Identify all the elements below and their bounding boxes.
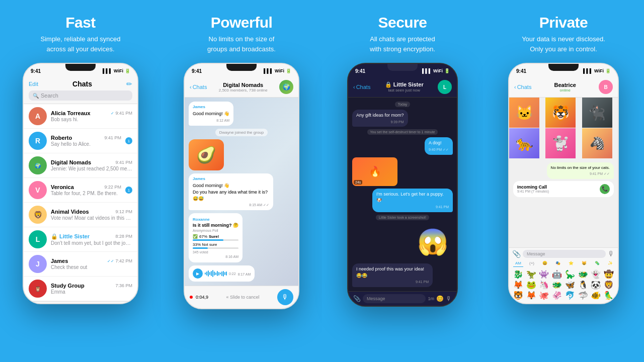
chat-name: Animal Videos — [51, 209, 89, 215]
sticker-tab-add[interactable]: (+) — [527, 260, 536, 267]
back-button[interactable]: ‹ Chats — [190, 84, 207, 90]
list-item[interactable]: R Roberto 9:41 PM Say hello to Alice. 1 — [24, 129, 137, 153]
sticker-item[interactable]: 🦈 — [577, 291, 589, 300]
sticker-item[interactable]: 🦑 — [551, 291, 563, 300]
message-incoming: James Good morning! 👋 8:12 AM — [189, 102, 233, 126]
poll-votes: 345 voted — [193, 250, 238, 254]
back-chevron-icon-3: ‹ — [514, 84, 516, 90]
message-time: 8:15 AM ✓✓ — [193, 203, 269, 208]
chat-name: James — [51, 258, 68, 264]
list-item[interactable]: J James ✓✓ 7:42 PM Check these out — [24, 252, 137, 277]
sticker-message: 🥑 — [189, 139, 224, 171]
sticker-item[interactable]: 🐉 — [512, 269, 524, 279]
sticker-item[interactable]: 🐙 — [538, 291, 550, 300]
private-chat-header: ‹ Chats Beatrice online B — [509, 78, 618, 98]
back-chevron-icon-2: ‹ — [353, 84, 355, 90]
sticker-item[interactable]: 🐸 — [525, 280, 537, 290]
group-chat-header: ‹ Chats Digital Nomads 2,503 members, 73… — [185, 78, 298, 98]
panel3-subtitle: All chats are protectedwith strong encry… — [370, 34, 435, 54]
attachment-icon[interactable]: 📎 — [353, 295, 361, 302]
sticker-tab-star[interactable]: ⭐ — [567, 260, 576, 267]
message-outgoing: I'm serious. Let's get her a puppy. 🐶 9:… — [372, 189, 453, 212]
record-time: 0:04,9 — [196, 295, 208, 300]
photo-cell: 🐱 — [509, 98, 539, 128]
contact-avatar: L — [438, 80, 452, 94]
sticker-item[interactable]: 🦁 — [603, 280, 615, 290]
sticker-item[interactable]: 🐠 — [590, 291, 602, 300]
back-button-3[interactable]: ‹ Chats — [514, 84, 531, 90]
compose-button[interactable]: ✏ — [126, 80, 132, 88]
phone-frame-1: 9:41 ▌▌▌ WiFi 🔋 Edit Chats ✏ 🔍 Search — [23, 63, 138, 304]
chat-name: Veronica — [51, 184, 74, 190]
sticker-item[interactable]: 🤠 — [603, 269, 615, 279]
sticker-item[interactable]: 🦄 — [538, 280, 550, 290]
sticker-item[interactable]: 🐬 — [564, 291, 576, 300]
sticker-item[interactable]: 🦊 — [525, 291, 537, 300]
avatar: L — [29, 230, 47, 248]
message-sender: James — [193, 176, 269, 182]
search-bar[interactable]: 🔍 Search — [29, 90, 132, 101]
attachment-icon-2[interactable]: 📎 — [512, 250, 521, 258]
video-message: 🔥 24s — [352, 157, 397, 186]
sticker-tab-masks[interactable]: 🎭 — [553, 260, 562, 267]
play-button[interactable]: ▶ — [193, 268, 203, 279]
list-item[interactable]: 🦁 Animal Videos 9:12 PM Vote now! Moar c… — [24, 203, 137, 227]
message-input[interactable]: Message — [363, 294, 426, 303]
list-item[interactable]: 🦉 Study Group 7:36 PM Emma — [24, 277, 137, 301]
sticker-item[interactable]: 🦊 — [512, 280, 524, 290]
mic-icon[interactable]: 🎙 — [446, 295, 452, 302]
tab-chats[interactable]: 💬 Chats — [80, 304, 109, 304]
sticker-item[interactable]: 🦋 — [564, 280, 576, 290]
chat-name: 🔒 Little Sister — [51, 233, 90, 240]
edit-chats-button[interactable]: Edit — [29, 81, 38, 87]
sticker-tab-cats[interactable]: 😸 — [580, 260, 589, 267]
sticker-item[interactable]: 🦖 — [525, 269, 537, 279]
sticker-tab-sparkle[interactable]: ✨ — [606, 260, 615, 267]
chat-preview: Vote now! Moar cat videos in this channe… — [51, 215, 132, 221]
chat-preview: Bob says hi. — [51, 117, 132, 122]
sticker-item[interactable]: 🐲 — [577, 269, 589, 279]
sticker-item[interactable]: 🐧 — [577, 280, 589, 290]
tab-contacts[interactable]: 👤 Contacts — [24, 304, 52, 304]
private-chat-status: online — [534, 88, 596, 93]
slide-cancel-text: « Slide to cancel — [211, 295, 274, 300]
sticker-item[interactable]: 👾 — [538, 269, 550, 279]
poll-sender: Roxanne — [193, 217, 238, 222]
message-input-2[interactable]: Message — [523, 250, 606, 258]
video-duration: 24s — [354, 180, 362, 185]
notch-4 — [548, 64, 579, 71]
sticker-item[interactable]: 🐼 — [590, 280, 602, 290]
panel4-subtitle: Your data is never disclosed.Only you ar… — [522, 34, 605, 54]
group-members-count: 2,503 members, 738 online — [210, 88, 276, 93]
mic-button[interactable]: 🎙 — [277, 289, 293, 305]
list-item[interactable]: L 🔒 Little Sister 8:28 PM Don't tell mom… — [24, 227, 137, 252]
list-item[interactable]: V Veronica 9:22 PM Table for four, 2 PM.… — [24, 178, 137, 203]
emoji-icon[interactable]: 😊 — [436, 295, 444, 302]
sticker-item[interactable]: 🐯 — [512, 291, 524, 300]
status-bar-2: 9:41 ▌▌▌WiFi🔋 — [185, 64, 298, 78]
sticker-item[interactable]: 🤖 — [551, 269, 563, 279]
list-item[interactable]: A Alicia Torreaux ✓ 9:41 PM Bob says hi. — [24, 104, 137, 129]
sticker-tab-virus[interactable]: 🦠 — [593, 260, 602, 267]
record-indicator — [190, 296, 193, 299]
tab-settings[interactable]: ⚙️ Settings — [109, 304, 138, 304]
group-name: Digital Nomads — [210, 82, 276, 88]
back-button-2[interactable]: ‹ Chats — [353, 84, 370, 90]
sticker-message-large: 😱 — [413, 223, 453, 261]
call-phone-icon[interactable]: 📞 — [600, 184, 610, 194]
sticker-item[interactable]: 🦕 — [564, 269, 576, 279]
chat-name: Roberto — [51, 135, 72, 141]
chat-preview: Don't tell mom yet, but I got the job! I… — [51, 240, 132, 246]
photo-cell: 🐈‍⬛ — [582, 98, 612, 128]
avatar: J — [29, 255, 47, 273]
mic-icon-2[interactable]: 🎙 — [608, 250, 615, 258]
sticker-tab-emoji[interactable]: 😀 — [540, 260, 549, 267]
system-message: Dwayne joined the group — [215, 129, 268, 136]
sticker-item[interactable]: 👻 — [590, 269, 602, 279]
tab-calls[interactable]: 📞 Calls — [52, 304, 81, 304]
sticker-item[interactable]: 🦜 — [603, 291, 615, 300]
sticker-item[interactable]: 🐲 — [551, 280, 563, 290]
sticker-tab-am[interactable]: AM — [513, 260, 523, 267]
panel2-subtitle: No limits on the size ofgroups and broad… — [207, 34, 276, 54]
list-item[interactable]: 🌍 Digital Nomads 9:41 PM Jennie: We just… — [24, 153, 137, 178]
